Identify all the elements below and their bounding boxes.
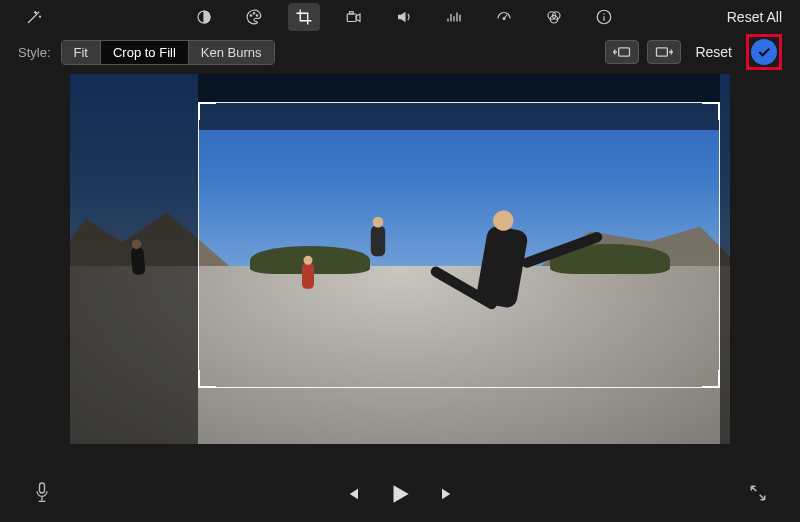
play-icon: [387, 481, 413, 507]
equalizer-icon[interactable]: [438, 3, 470, 31]
apply-button[interactable]: [751, 39, 777, 65]
svg-point-3: [256, 15, 258, 17]
crop-style-bar: Style: Fit Crop to Fill Ken Burns Reset: [0, 34, 800, 70]
preview-area: [0, 70, 800, 444]
next-frame-button[interactable]: [439, 485, 457, 503]
crop-handle-bottom-right[interactable]: [702, 370, 720, 388]
microphone-button[interactable]: [32, 481, 52, 508]
svg-rect-4: [347, 14, 356, 22]
svg-point-11: [603, 13, 605, 15]
svg-rect-5: [350, 12, 354, 14]
svg-point-6: [503, 18, 505, 20]
apply-check-icon: [756, 44, 772, 60]
svg-rect-12: [619, 48, 630, 56]
style-option-ken-burns[interactable]: Ken Burns: [189, 41, 274, 64]
reset-button[interactable]: Reset: [695, 44, 732, 60]
prev-frame-icon: [343, 485, 361, 503]
color-balance-icon[interactable]: [188, 3, 220, 31]
color-filter-icon[interactable]: [538, 3, 570, 31]
reset-all-button[interactable]: Reset All: [727, 9, 782, 25]
svg-point-1: [250, 15, 252, 17]
magic-wand-icon[interactable]: [18, 3, 50, 31]
info-icon[interactable]: [588, 3, 620, 31]
camera-icon[interactable]: [338, 3, 370, 31]
rotate-cw-button[interactable]: [647, 40, 681, 64]
play-button[interactable]: [387, 481, 413, 507]
rotate-ccw-icon: [612, 45, 632, 59]
rotate-ccw-button[interactable]: [605, 40, 639, 64]
apply-highlight: [746, 34, 782, 70]
adjustments-toolbar: Reset All: [0, 0, 800, 34]
fullscreen-icon: [748, 483, 768, 503]
video-preview[interactable]: [70, 74, 730, 444]
next-frame-icon: [439, 485, 457, 503]
crop-handle-top-left[interactable]: [198, 102, 216, 120]
crop-dim: [70, 74, 198, 444]
style-segmented-control: Fit Crop to Fill Ken Burns: [61, 40, 275, 65]
crop-handle-bottom-left[interactable]: [198, 370, 216, 388]
crop-dim: [720, 74, 730, 444]
style-option-crop-to-fill[interactable]: Crop to Fill: [101, 41, 189, 64]
crop-rectangle[interactable]: [198, 102, 720, 388]
crop-icon[interactable]: [288, 3, 320, 31]
svg-rect-14: [40, 483, 45, 493]
style-option-fit[interactable]: Fit: [62, 41, 101, 64]
svg-rect-13: [657, 48, 668, 56]
svg-point-2: [253, 13, 255, 15]
prev-frame-button[interactable]: [343, 485, 361, 503]
color-palette-icon[interactable]: [238, 3, 270, 31]
transport-bar: [0, 466, 800, 522]
volume-icon[interactable]: [388, 3, 420, 31]
speed-icon[interactable]: [488, 3, 520, 31]
fullscreen-button[interactable]: [748, 483, 768, 506]
rotate-cw-icon: [654, 45, 674, 59]
microphone-icon: [32, 481, 52, 505]
style-label: Style:: [18, 45, 51, 60]
crop-handle-top-right[interactable]: [702, 102, 720, 120]
